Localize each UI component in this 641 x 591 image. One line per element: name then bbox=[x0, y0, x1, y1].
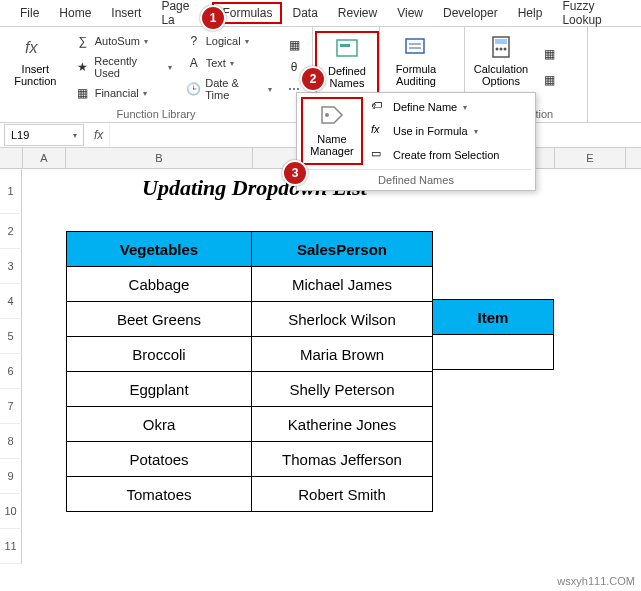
more-functions-button[interactable]: ▦ bbox=[282, 35, 306, 55]
logical-label: Logical bbox=[206, 35, 241, 47]
selection-icon: ▭ bbox=[371, 147, 387, 163]
cell[interactable]: Broccoli bbox=[67, 337, 252, 372]
calculator-icon bbox=[487, 33, 515, 61]
table-row: OkraKatherine Jones bbox=[67, 407, 433, 442]
financial-button[interactable]: ▦Financial bbox=[71, 83, 176, 103]
watermark: wsxyh111.COM bbox=[557, 575, 635, 587]
cell[interactable]: Okra bbox=[67, 407, 252, 442]
table-row: TomatoesRobert Smith bbox=[67, 477, 433, 512]
row-2[interactable]: 2 bbox=[0, 214, 22, 249]
select-all-triangle[interactable] bbox=[0, 148, 23, 168]
tab-home[interactable]: Home bbox=[49, 2, 101, 24]
table-row: PotatoesThomas Jefferson bbox=[67, 442, 433, 477]
cell[interactable]: Tomatoes bbox=[67, 477, 252, 512]
text-button[interactable]: AText bbox=[182, 53, 276, 73]
calc-sheet-button[interactable]: ▦ bbox=[537, 70, 561, 90]
cell[interactable]: Beet Greens bbox=[67, 302, 252, 337]
cell[interactable]: Robert Smith bbox=[252, 477, 433, 512]
clock-icon: 🕒 bbox=[186, 81, 202, 97]
financial-label: Financial bbox=[95, 87, 139, 99]
row-11[interactable]: 11 bbox=[0, 529, 22, 564]
svg-point-10 bbox=[504, 48, 507, 51]
name-manager-label: Name Manager bbox=[310, 133, 353, 157]
cell[interactable]: Cabbage bbox=[67, 267, 252, 302]
fx-icon: fx bbox=[21, 33, 49, 61]
svg-point-12 bbox=[325, 113, 329, 117]
cell[interactable]: Maria Brown bbox=[252, 337, 433, 372]
create-from-selection-label: Create from Selection bbox=[393, 149, 499, 161]
more-icon: ▦ bbox=[286, 37, 302, 53]
table-header-row: Vegetables SalesPerson bbox=[67, 232, 433, 267]
cell[interactable]: Thomas Jefferson bbox=[252, 442, 433, 477]
tab-insert[interactable]: Insert bbox=[101, 2, 151, 24]
calc-sheet-icon: ▦ bbox=[541, 72, 557, 88]
recent-icon: ★ bbox=[75, 59, 91, 75]
cell[interactable]: Michael James bbox=[252, 267, 433, 302]
tab-view[interactable]: View bbox=[387, 2, 433, 24]
text-label: Text bbox=[206, 57, 226, 69]
cell[interactable]: Sherlock Wilson bbox=[252, 302, 433, 337]
define-name-item[interactable]: 🏷Define Name bbox=[369, 97, 501, 117]
auditing-icon bbox=[402, 33, 430, 61]
row-4[interactable]: 4 bbox=[0, 284, 22, 319]
row-1[interactable]: 1 bbox=[0, 169, 22, 214]
insert-function-label: Insert Function bbox=[14, 63, 56, 87]
col-A[interactable]: A bbox=[23, 148, 66, 168]
svg-rect-3 bbox=[406, 39, 424, 53]
tag-small-icon: 🏷 bbox=[371, 99, 387, 115]
formula-auditing-label: Formula Auditing bbox=[396, 63, 436, 87]
fx-icon[interactable]: fx bbox=[88, 128, 109, 142]
cells-area[interactable]: Updating Dropdown List Vegetables SalesP… bbox=[22, 169, 641, 564]
item-cell[interactable] bbox=[433, 335, 554, 370]
name-box[interactable]: L19▾ bbox=[4, 124, 84, 146]
tab-data[interactable]: Data bbox=[282, 2, 327, 24]
insert-function-button[interactable]: fx Insert Function bbox=[6, 31, 65, 103]
cell[interactable]: Potatoes bbox=[67, 442, 252, 477]
date-time-button[interactable]: 🕒Date & Time bbox=[182, 75, 276, 103]
logical-button[interactable]: ?Logical bbox=[182, 31, 276, 51]
name-manager-button[interactable]: Name Manager bbox=[301, 97, 363, 165]
defined-menu-footer: Defined Names bbox=[301, 169, 531, 186]
row-headers: 1 2 3 4 5 6 7 8 9 10 11 bbox=[0, 169, 22, 564]
name-box-value: L19 bbox=[11, 129, 29, 141]
row-5[interactable]: 5 bbox=[0, 319, 22, 354]
create-from-selection-item[interactable]: ▭Create from Selection bbox=[369, 145, 501, 165]
text-icon: A bbox=[186, 55, 202, 71]
tab-review[interactable]: Review bbox=[328, 2, 387, 24]
col-E[interactable]: E bbox=[555, 148, 626, 168]
worksheet-grid[interactable]: 1 2 3 4 5 6 7 8 9 10 11 Updating Dropdow… bbox=[0, 169, 641, 564]
autosum-button[interactable]: ∑AutoSum bbox=[71, 31, 176, 51]
defined-names-icon bbox=[333, 35, 361, 63]
tab-help[interactable]: Help bbox=[508, 2, 553, 24]
use-in-formula-label: Use in Formula bbox=[393, 125, 468, 137]
row-9[interactable]: 9 bbox=[0, 459, 22, 494]
calc-now-button[interactable]: ▦ bbox=[537, 44, 561, 64]
sigma-icon: ∑ bbox=[75, 33, 91, 49]
row-3[interactable]: 3 bbox=[0, 249, 22, 284]
callout-3: 3 bbox=[282, 160, 308, 186]
cell[interactable]: Shelly Peterson bbox=[252, 372, 433, 407]
tab-file[interactable]: File bbox=[10, 2, 49, 24]
defined-names-label: Defined Names bbox=[328, 65, 366, 89]
chevron-down-icon: ▾ bbox=[73, 131, 77, 140]
item-header[interactable]: Item bbox=[433, 300, 554, 335]
row-7[interactable]: 7 bbox=[0, 389, 22, 424]
table-row: EggplantShelly Peterson bbox=[67, 372, 433, 407]
row-8[interactable]: 8 bbox=[0, 424, 22, 459]
cell[interactable]: Katherine Jones bbox=[252, 407, 433, 442]
header-salesperson[interactable]: SalesPerson bbox=[252, 232, 433, 267]
header-vegetables[interactable]: Vegetables bbox=[67, 232, 252, 267]
recently-used-button[interactable]: ★Recently Used bbox=[71, 53, 176, 81]
tab-developer[interactable]: Developer bbox=[433, 2, 508, 24]
svg-rect-7 bbox=[495, 39, 507, 44]
financial-icon: ▦ bbox=[75, 85, 91, 101]
row-6[interactable]: 6 bbox=[0, 354, 22, 389]
use-in-formula-item[interactable]: fxUse in Formula bbox=[369, 121, 501, 141]
table-row: CabbageMichael James bbox=[67, 267, 433, 302]
table-row: BroccoliMaria Brown bbox=[67, 337, 433, 372]
row-10[interactable]: 10 bbox=[0, 494, 22, 529]
define-name-label: Define Name bbox=[393, 101, 457, 113]
autosum-label: AutoSum bbox=[95, 35, 140, 47]
cell[interactable]: Eggplant bbox=[67, 372, 252, 407]
col-B[interactable]: B bbox=[66, 148, 253, 168]
